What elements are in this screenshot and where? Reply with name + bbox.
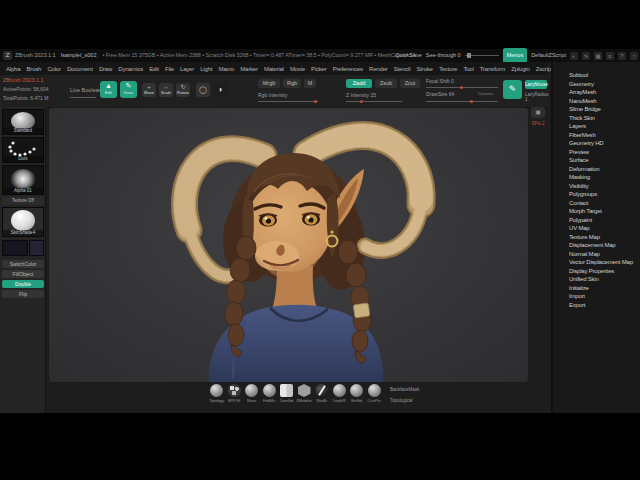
menu-item[interactable]: Material (264, 66, 284, 72)
quick-brush-button[interactable]: BPR Fil (226, 384, 243, 403)
secondary-color-swatch[interactable] (29, 240, 44, 256)
draw-size-slider[interactable]: DrawSize 64 (426, 91, 454, 97)
tool-panel-item[interactable]: Thick Skin (569, 114, 595, 123)
quick-brush-button[interactable]: CurvPin (366, 384, 383, 403)
tool-panel-item[interactable]: Morph Target (569, 207, 602, 216)
menu-item[interactable]: Preferences (333, 66, 363, 72)
quick-brush-button[interactable]: SkinBr (313, 384, 330, 403)
lazymouse-button[interactable]: LazyMouse (525, 80, 547, 89)
stroke-thumbnail[interactable]: Dots (2, 137, 44, 163)
tool-panel-item[interactable]: Preview (569, 148, 589, 157)
tray-button[interactable]: SwitchColor (2, 260, 44, 268)
zadd-button[interactable]: Zadd (346, 79, 372, 88)
tool-panel-item[interactable]: Contact (569, 199, 588, 208)
rgb-intensity-slider[interactable]: Rgb Intensity (258, 92, 287, 98)
tool-panel-item[interactable]: UV Map (569, 224, 589, 233)
live-boolean-button[interactable]: Live Boolean (70, 87, 102, 93)
tool-panel-item[interactable]: Texture Map (569, 233, 600, 242)
topological-button[interactable]: Topological (390, 395, 419, 406)
menu-item[interactable]: File (165, 66, 174, 72)
alpha-thumbnail[interactable]: Alpha 01 (2, 165, 44, 195)
menu-item[interactable]: Stencil (394, 66, 411, 72)
zsub-button[interactable]: Zsub (375, 79, 397, 88)
menu-item[interactable]: Render (369, 66, 387, 72)
move-button[interactable]: + Move (142, 83, 156, 97)
menu-item[interactable]: Zscript (536, 66, 553, 72)
tool-panel-item[interactable]: ArrayMesh (569, 88, 596, 97)
pencil-icon[interactable]: ✎ (582, 52, 590, 60)
tool-panel-item[interactable]: Subtool (569, 71, 588, 80)
default-zscript-button[interactable]: DefaultZScript (531, 49, 566, 62)
tool-panel-item[interactable]: Vector Displacement Map (569, 258, 633, 267)
menu-item[interactable]: Texture (439, 66, 457, 72)
menu-item[interactable]: Zplugin (511, 66, 529, 72)
dynamic-label[interactable]: Dynamic (478, 91, 494, 96)
menu-item[interactable]: Brush (27, 66, 42, 72)
menu-item[interactable]: Draw (99, 66, 112, 72)
tool-panel-item[interactable]: Visibility (569, 182, 589, 191)
menu-item[interactable]: Light (200, 66, 212, 72)
tool-panel-item[interactable]: Initialize (569, 284, 589, 293)
tool-panel-item[interactable]: Import (569, 292, 585, 301)
quick-brush-button[interactable]: ZModeler (296, 384, 313, 403)
bpr-render-button[interactable]: ▣ (531, 107, 545, 118)
menu-item[interactable]: Alpha (6, 66, 20, 72)
menu-item[interactable]: Dynamics (118, 66, 143, 72)
main-color-swatch[interactable] (2, 240, 28, 256)
menu-item[interactable]: Picker (311, 66, 326, 72)
material-preview-button[interactable]: ◑ (213, 83, 227, 97)
see-through-slider[interactable] (465, 55, 499, 56)
material-thumbnail[interactable]: SkinShade4 (2, 207, 44, 237)
draw-button[interactable]: ✎ Draw (120, 81, 137, 98)
menu-item[interactable]: Color (47, 66, 60, 72)
brush-quick-button[interactable]: ✎ (503, 80, 522, 99)
tray-button[interactable]: FillObject (2, 270, 44, 278)
scale-button[interactable]: ↔ Scale (159, 83, 173, 97)
texture-slot[interactable]: Texture Off (2, 197, 44, 205)
quick-brush-button[interactable]: DamStd (278, 384, 295, 403)
help-icon[interactable]: ? (618, 52, 626, 60)
z-intensity-slider[interactable]: Z Intensity 25 (346, 92, 376, 98)
color-wheel-icon[interactable]: ◐ (570, 52, 578, 60)
menu-item[interactable]: Transform (480, 66, 505, 72)
tool-panel-item[interactable]: Export (569, 301, 585, 310)
menu-item[interactable]: Document (67, 66, 93, 72)
rgb-button[interactable]: Rgb (283, 79, 301, 88)
resize-icon[interactable]: ↕ (630, 52, 638, 60)
quick-brush-button[interactable]: FoldMs (261, 384, 278, 403)
tool-panel-item[interactable]: Slime Bridge (569, 105, 601, 114)
tray-button[interactable]: Double (2, 280, 44, 288)
quicksave-button[interactable]: QuickSave (395, 49, 422, 62)
brush-thumbnail[interactable]: Standard (2, 109, 44, 135)
tool-panel-item[interactable]: Unified Skin (569, 275, 599, 284)
tool-panel-item[interactable]: Surface (569, 156, 588, 165)
rotate-button[interactable]: ↻ Rotate (176, 83, 190, 97)
mrgb-button[interactable]: Mrgb (258, 79, 280, 88)
m-button[interactable]: M (304, 79, 316, 88)
quick-brush-button[interactable]: Topology (208, 384, 225, 403)
tool-panel-item[interactable]: Polypaint (569, 216, 592, 225)
tool-panel-item[interactable]: Polygroups (569, 190, 597, 199)
spix-slider[interactable]: SPix 2 (529, 121, 547, 126)
tool-panel-item[interactable]: Normal Map (569, 250, 600, 259)
tool-panel-item[interactable]: FiberMesh (569, 131, 596, 140)
menu-item[interactable]: Movie (290, 66, 305, 72)
tray-button[interactable]: Flip (2, 290, 44, 298)
menu-item[interactable]: Edit (149, 66, 159, 72)
quick-brush-button[interactable]: Move (243, 384, 260, 403)
menus-button[interactable]: Menus (503, 48, 528, 63)
edit-button[interactable]: ▲ Edit (100, 81, 117, 98)
list-icon[interactable]: ≡ (606, 52, 614, 60)
tool-panel-item[interactable]: Geometry HD (569, 139, 603, 148)
tool-panel-item[interactable]: Layers (569, 122, 586, 131)
tool-panel-item[interactable]: Masking (569, 173, 590, 182)
backfacemask-button[interactable]: BackfaceMask (390, 384, 419, 395)
tool-panel-item[interactable]: Geometry (569, 80, 594, 89)
tool-panel-item[interactable]: Display Properties (569, 267, 614, 276)
lazyradius-slider[interactable]: LazyRadius 1 (525, 92, 549, 102)
tool-panel-item[interactable]: NanoMesh (569, 97, 596, 106)
quick-brush-button[interactable]: BrnStd (348, 384, 365, 403)
zcut-button[interactable]: Zcut (400, 79, 420, 88)
tool-panel-item[interactable]: Deformation (569, 165, 599, 174)
grid-icon[interactable]: ▦ (594, 52, 602, 60)
